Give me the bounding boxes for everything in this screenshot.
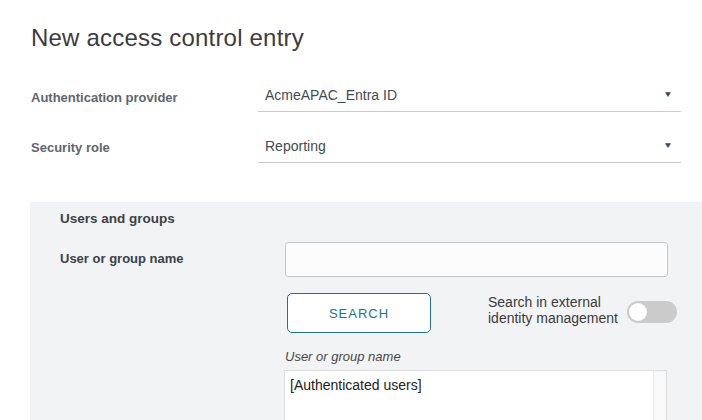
search-button[interactable]: SEARCH bbox=[287, 293, 431, 333]
authentication-provider-label: Authentication provider bbox=[31, 90, 178, 105]
security-role-select[interactable]: Reporting ▼ bbox=[258, 129, 681, 163]
users-and-groups-section-title: Users and groups bbox=[60, 211, 175, 226]
security-role-value: Reporting bbox=[265, 138, 663, 154]
chevron-down-icon: ▼ bbox=[663, 90, 673, 99]
user-or-group-name-label: User or group name bbox=[60, 251, 184, 266]
user-or-group-name-input[interactable] bbox=[285, 242, 668, 277]
results-listbox[interactable]: [Authenticated users] bbox=[284, 370, 667, 420]
scrollbar[interactable] bbox=[653, 371, 666, 420]
toggle-knob bbox=[629, 303, 647, 321]
new-access-control-entry-page: New access control entry Authentication … bbox=[0, 0, 702, 420]
external-identity-toggle[interactable] bbox=[627, 301, 677, 323]
list-item[interactable]: [Authenticated users] bbox=[290, 375, 650, 395]
page-title: New access control entry bbox=[31, 24, 304, 52]
users-and-groups-panel: Users and groups User or group name SEAR… bbox=[30, 202, 702, 420]
results-list-header: User or group name bbox=[285, 349, 401, 364]
authentication-provider-select[interactable]: AcmeAPAC_Entra ID ▼ bbox=[258, 78, 681, 112]
security-role-label: Security role bbox=[31, 140, 110, 155]
authentication-provider-value: AcmeAPAC_Entra ID bbox=[265, 87, 663, 103]
chevron-down-icon: ▼ bbox=[663, 141, 673, 150]
external-identity-toggle-label: Search in external identity management bbox=[488, 294, 642, 326]
